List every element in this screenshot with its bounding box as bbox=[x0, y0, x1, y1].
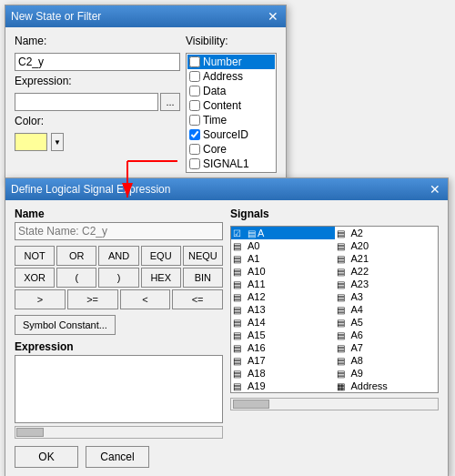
signal-row-a22[interactable]: ▤ A22 bbox=[335, 265, 439, 278]
signal-row-a[interactable]: ☑ ▤ A bbox=[231, 227, 335, 239]
visibility-list: Number Address Data Content Time bbox=[186, 53, 277, 173]
signal-row-a2[interactable]: ▤ A2 bbox=[335, 227, 439, 239]
xor-button[interactable]: XOR bbox=[15, 268, 55, 288]
signal-label-a2: A2 bbox=[351, 228, 363, 238]
vis-item-data[interactable]: Data bbox=[187, 84, 275, 98]
signal-row-a14[interactable]: ▤ A14 bbox=[231, 316, 335, 329]
vis-checkbox-content[interactable] bbox=[189, 100, 200, 111]
signal-label-a8: A8 bbox=[351, 355, 363, 366]
color-dropdown-btn[interactable]: ▼ bbox=[51, 133, 64, 151]
signal-row-a1[interactable]: ▤ A1 bbox=[231, 252, 335, 265]
signal-row-a0[interactable]: ▤ A0 bbox=[231, 239, 335, 252]
signal-row-a17[interactable]: ▤ A17 bbox=[231, 354, 335, 367]
hex-button[interactable]: HEX bbox=[141, 268, 181, 288]
signal-row-a11[interactable]: ▤ A11 bbox=[231, 278, 335, 290]
signals-scrollbar[interactable] bbox=[230, 398, 439, 410]
rparen-button[interactable]: ) bbox=[98, 268, 138, 288]
signal-row-a6[interactable]: ▤ A6 bbox=[335, 329, 439, 341]
vis-item-core[interactable]: Core bbox=[187, 142, 275, 157]
expression-textarea[interactable] bbox=[15, 355, 223, 423]
vis-label-time: Time bbox=[203, 114, 227, 127]
bus-icon-a4: ▤ bbox=[337, 305, 349, 315]
bus-icon-a: ▤ bbox=[248, 228, 256, 238]
signal-row-a7[interactable]: ▤ A7 bbox=[335, 341, 439, 354]
vis-checkbox-sourceid[interactable] bbox=[189, 129, 200, 140]
vis-checkbox-signal1[interactable] bbox=[189, 158, 200, 169]
or-button[interactable]: OR bbox=[56, 246, 96, 266]
operator-buttons: NOT OR AND EQU NEQU XOR ( ) HEX BIN bbox=[15, 246, 223, 309]
vis-item-time[interactable]: Time bbox=[187, 113, 275, 127]
not-button[interactable]: NOT bbox=[15, 246, 55, 266]
bin-button[interactable]: BIN bbox=[183, 268, 223, 288]
signal-label-a: A bbox=[258, 228, 264, 238]
gt-button[interactable]: > bbox=[15, 289, 66, 309]
ok-button[interactable]: OK bbox=[15, 446, 78, 468]
name-label: Name: bbox=[15, 35, 180, 47]
signal-row-a19[interactable]: ▤ A19 bbox=[231, 380, 335, 392]
lte-button[interactable]: <= bbox=[172, 289, 223, 309]
signal-label-a14: A14 bbox=[248, 317, 266, 328]
bus-icon-a1: ▤ bbox=[233, 254, 246, 264]
signal-label-a23: A23 bbox=[351, 279, 369, 289]
signal-row-a3[interactable]: ▤ A3 bbox=[335, 290, 439, 303]
visibility-label: Visibility: bbox=[186, 35, 277, 47]
signal-row-a21[interactable]: ▤ A21 bbox=[335, 252, 439, 265]
expression-input[interactable] bbox=[15, 93, 158, 111]
signal-row-a4[interactable]: ▤ A4 bbox=[335, 303, 439, 316]
vis-label-number: Number bbox=[203, 56, 242, 68]
vis-checkbox-core[interactable] bbox=[189, 144, 200, 155]
signal-row-a12[interactable]: ▤ A12 bbox=[231, 290, 335, 303]
dots-button[interactable]: ... bbox=[160, 93, 180, 111]
vis-checkbox-time[interactable] bbox=[189, 115, 200, 126]
top-dialog-right: Visibility: Number Address Data Content bbox=[186, 35, 277, 173]
bus-icon-a11: ▤ bbox=[233, 279, 246, 289]
top-dialog-close-button[interactable]: ✕ bbox=[266, 9, 280, 24]
signal-row-a18[interactable]: ▤ A18 bbox=[231, 367, 335, 380]
lparen-button[interactable]: ( bbox=[56, 268, 96, 288]
checkbox-icon-a: ☑ bbox=[233, 228, 246, 238]
color-swatch[interactable] bbox=[15, 133, 47, 151]
signal-row-a5[interactable]: ▤ A5 bbox=[335, 316, 439, 329]
signal-row-a16[interactable]: ▤ A16 bbox=[231, 341, 335, 354]
vis-item-sourceid[interactable]: SourceID bbox=[187, 127, 275, 142]
vis-item-signal1[interactable]: SIGNAL1 bbox=[187, 157, 275, 171]
vis-item-number[interactable]: Number bbox=[187, 55, 275, 69]
signal-row-a13[interactable]: ▤ A13 bbox=[231, 303, 335, 316]
bus-icon-a13: ▤ bbox=[233, 305, 246, 315]
bus-icon-a5: ▤ bbox=[337, 318, 349, 328]
gte-button[interactable]: >= bbox=[67, 289, 118, 309]
action-buttons-row: OK Cancel bbox=[15, 446, 439, 468]
logical-signal-dialog: Define Logical Signal Expression ✕ Name … bbox=[5, 177, 449, 476]
signal-label-a9: A9 bbox=[351, 368, 363, 379]
name-placeholder-input[interactable] bbox=[15, 222, 223, 240]
signal-row-a23[interactable]: ▤ A23 bbox=[335, 278, 439, 290]
bus-icon-a18: ▤ bbox=[233, 369, 246, 379]
bus-icon-a8: ▤ bbox=[337, 356, 349, 366]
vis-checkbox-data[interactable] bbox=[189, 86, 200, 96]
bus-icon-a9: ▤ bbox=[337, 369, 349, 379]
symbol-constant-button[interactable]: Symbol Constant... bbox=[15, 315, 116, 335]
lt-button[interactable]: < bbox=[120, 289, 171, 309]
vis-item-address[interactable]: Address bbox=[187, 69, 275, 84]
signal-label-a1: A1 bbox=[248, 253, 259, 264]
vis-checkbox-number[interactable] bbox=[189, 56, 200, 67]
cancel-button[interactable]: Cancel bbox=[86, 446, 149, 468]
signal-row-a10[interactable]: ▤ A10 bbox=[231, 265, 335, 278]
equ-button[interactable]: EQU bbox=[141, 246, 181, 266]
bottom-dialog-close-button[interactable]: ✕ bbox=[428, 182, 442, 197]
horizontal-scrollbar[interactable] bbox=[15, 426, 223, 439]
signal-row-a20[interactable]: ▤ A20 bbox=[335, 239, 439, 252]
nequ-button[interactable]: NEQU bbox=[183, 246, 223, 266]
signals-list[interactable]: ☑ ▤ A ▤ A0 ▤ A1 bbox=[230, 226, 439, 393]
vis-item-content[interactable]: Content bbox=[187, 98, 275, 113]
signal-row-a9[interactable]: ▤ A9 bbox=[335, 367, 439, 380]
and-button[interactable]: AND bbox=[98, 246, 138, 266]
signal-row-address[interactable]: ▦ Address bbox=[335, 380, 439, 392]
name-input[interactable] bbox=[15, 53, 180, 71]
bus-icon-a20: ▤ bbox=[337, 241, 349, 251]
scrollbar-thumb bbox=[16, 428, 44, 437]
vis-checkbox-address[interactable] bbox=[189, 71, 200, 82]
signal-row-a15[interactable]: ▤ A15 bbox=[231, 329, 335, 341]
signals-col-1: ☑ ▤ A ▤ A0 ▤ A1 bbox=[231, 227, 335, 392]
signal-row-a8[interactable]: ▤ A8 bbox=[335, 354, 439, 367]
